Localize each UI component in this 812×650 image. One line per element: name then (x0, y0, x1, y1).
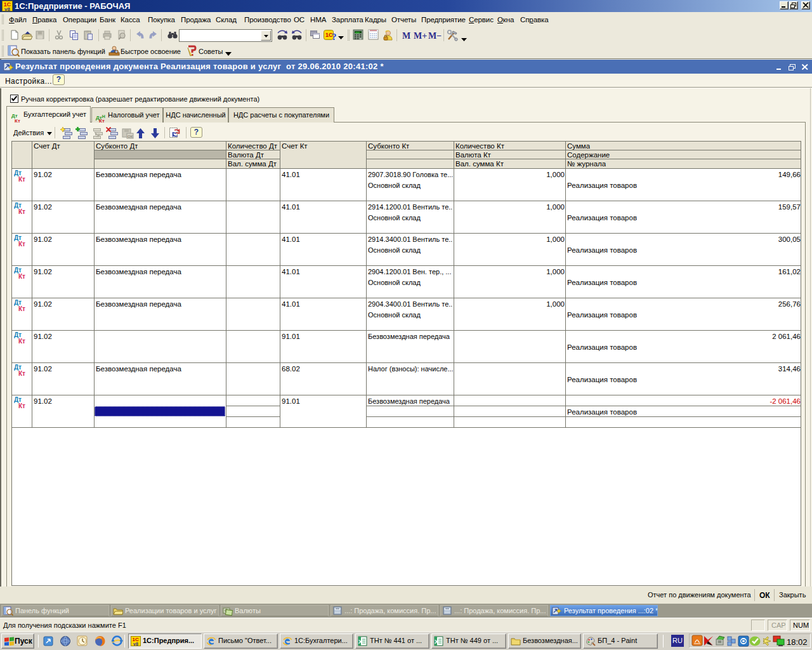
svg-text:ОК: ОК (128, 135, 133, 138)
svg-text:v8: v8 (133, 642, 138, 646)
svg-text:888: 888 (355, 31, 360, 34)
svg-text:X: X (358, 639, 362, 645)
svg-text:?: ? (332, 32, 337, 41)
svg-text:X: X (435, 639, 438, 645)
